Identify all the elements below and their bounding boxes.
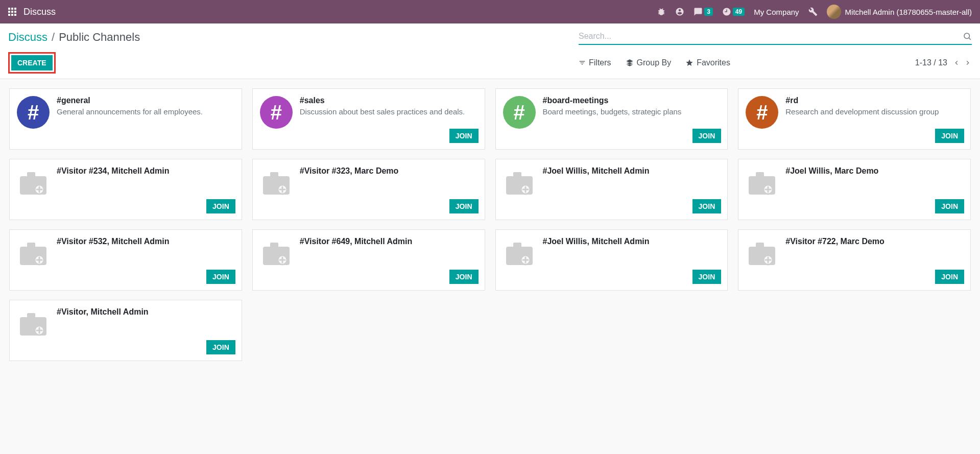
search-icon[interactable] — [963, 32, 972, 41]
svg-rect-22 — [270, 243, 278, 248]
join-button[interactable]: JOIN — [935, 270, 964, 284]
channel-name: #Visitor, Mitchell Admin — [57, 307, 234, 317]
settings-icon[interactable] — [808, 7, 818, 16]
svg-rect-2 — [27, 172, 35, 177]
channel-card[interactable]: #Joel Willis, Mitchell AdminJOIN — [495, 159, 728, 220]
camera-placeholder-icon — [746, 237, 778, 270]
company-name[interactable]: My Company — [754, 8, 799, 16]
join-button[interactable]: JOIN — [692, 129, 722, 143]
channel-name: #Joel Willis, Mitchell Admin — [543, 237, 721, 246]
breadcrumb: Discuss / Public Channels — [8, 31, 140, 44]
channel-desc: Research and development discussion grou… — [785, 107, 963, 117]
channel-card[interactable]: ##salesDiscussion about best sales pract… — [252, 88, 485, 150]
favorites-dropdown[interactable]: Favorites — [685, 58, 730, 67]
join-button[interactable]: JOIN — [206, 270, 235, 284]
svg-rect-6 — [270, 172, 278, 177]
channel-card[interactable]: #Visitor #722, Marc DemoJOIN — [738, 229, 971, 291]
camera-placeholder-icon — [17, 237, 50, 270]
camera-placeholder-icon — [17, 307, 50, 340]
svg-rect-10 — [513, 172, 521, 177]
join-button[interactable]: JOIN — [935, 129, 964, 143]
favorites-label: Favorites — [697, 58, 730, 67]
channel-card[interactable]: #Visitor, Mitchell AdminJOIN — [9, 300, 242, 361]
groupby-dropdown[interactable]: Group By — [626, 58, 672, 67]
bug-icon[interactable] — [657, 7, 666, 16]
channel-name: #Visitor #722, Marc Demo — [785, 237, 963, 246]
search-box[interactable] — [579, 30, 972, 45]
channel-card[interactable]: #Visitor #234, Mitchell AdminJOIN — [9, 159, 242, 220]
join-button[interactable]: JOIN — [692, 199, 722, 213]
channel-card[interactable]: #Visitor #323, Marc DemoJOIN — [252, 159, 485, 220]
channel-desc: Discussion about best sales practices an… — [300, 107, 477, 117]
join-button[interactable]: JOIN — [935, 199, 964, 213]
camera-placeholder-icon — [503, 166, 536, 199]
messages-badge: 3 — [704, 8, 713, 16]
hash-icon: # — [746, 96, 778, 129]
create-button[interactable]: CREATE — [11, 55, 53, 70]
join-button[interactable]: JOIN — [449, 129, 479, 143]
channel-card[interactable]: ##rdResearch and development discussion … — [738, 88, 971, 150]
svg-point-0 — [964, 33, 970, 39]
channel-name: #Visitor #532, Mitchell Admin — [57, 237, 234, 246]
channel-kanban: ##generalGeneral announcements for all e… — [0, 79, 980, 370]
channel-card[interactable]: #Visitor #649, Mitchell AdminJOIN — [252, 229, 485, 291]
apps-icon[interactable] — [8, 8, 16, 16]
camera-placeholder-icon — [503, 237, 536, 270]
channel-name: #sales — [300, 96, 477, 105]
join-button[interactable]: JOIN — [206, 199, 235, 213]
channel-name: #Visitor #234, Mitchell Admin — [57, 166, 234, 176]
join-button[interactable]: JOIN — [449, 199, 479, 213]
hash-icon: # — [17, 96, 50, 129]
user-name: Mitchell Admin (18780655-master-all) — [845, 8, 972, 16]
avatar — [827, 5, 841, 19]
pager-prev-icon[interactable] — [952, 59, 961, 67]
camera-placeholder-icon — [260, 166, 293, 199]
pager-text: 1-13 / 13 — [915, 58, 947, 67]
join-button[interactable]: JOIN — [692, 270, 722, 284]
breadcrumb-current: Public Channels — [59, 31, 140, 44]
camera-placeholder-icon — [260, 237, 293, 270]
channel-desc: General announcements for all employees. — [57, 107, 234, 117]
channel-card[interactable]: #Visitor #532, Mitchell AdminJOIN — [9, 229, 242, 291]
pager-next-icon[interactable] — [964, 59, 972, 67]
channel-card[interactable]: #Joel Willis, Mitchell AdminJOIN — [495, 229, 728, 291]
svg-rect-34 — [27, 313, 35, 318]
svg-rect-26 — [513, 243, 521, 248]
messages-icon[interactable]: 3 — [694, 7, 713, 16]
app-title[interactable]: Discuss — [23, 7, 56, 17]
svg-rect-30 — [756, 243, 764, 248]
channel-card[interactable]: ##board-meetingsBoard meetings, budgets,… — [495, 88, 728, 150]
channel-name: #Visitor #649, Mitchell Admin — [300, 237, 477, 246]
channel-name: #Joel Willis, Marc Demo — [785, 166, 963, 176]
search-input[interactable] — [579, 30, 963, 43]
filters-dropdown[interactable]: Filters — [579, 58, 611, 67]
breadcrumb-sep: / — [52, 31, 55, 44]
join-button[interactable]: JOIN — [449, 270, 479, 284]
pager: 1-13 / 13 — [915, 58, 972, 67]
card-body: #generalGeneral announcements for all em… — [57, 96, 234, 142]
activities-icon[interactable]: 49 — [722, 7, 745, 16]
create-highlight: CREATE — [8, 52, 56, 74]
channel-name: #Visitor #323, Marc Demo — [300, 166, 477, 176]
main-navbar: Discuss 3 49 My Company Mitchell Admin (… — [0, 0, 980, 23]
channel-card[interactable]: #Joel Willis, Marc DemoJOIN — [738, 159, 971, 220]
groupby-label: Group By — [637, 58, 672, 67]
camera-placeholder-icon — [17, 166, 50, 199]
breadcrumb-root[interactable]: Discuss — [8, 31, 47, 44]
svg-rect-14 — [756, 172, 764, 177]
hash-icon: # — [503, 96, 536, 129]
user-menu[interactable]: Mitchell Admin (18780655-master-all) — [827, 5, 972, 19]
camera-placeholder-icon — [746, 166, 778, 199]
channel-name: #board-meetings — [543, 96, 721, 105]
channel-name: #general — [57, 96, 234, 105]
join-button[interactable]: JOIN — [206, 340, 235, 354]
filters-label: Filters — [589, 58, 611, 67]
channel-card[interactable]: ##generalGeneral announcements for all e… — [9, 88, 242, 150]
control-panel: Discuss / Public Channels CREATE Filters… — [0, 23, 980, 79]
hash-icon: # — [260, 96, 293, 129]
channel-desc: Board meetings, budgets, strategic plans — [543, 107, 721, 117]
channel-name: #Joel Willis, Mitchell Admin — [543, 166, 721, 176]
channel-name: #rd — [785, 96, 963, 105]
support-icon[interactable] — [675, 7, 684, 16]
activities-badge: 49 — [733, 8, 745, 16]
